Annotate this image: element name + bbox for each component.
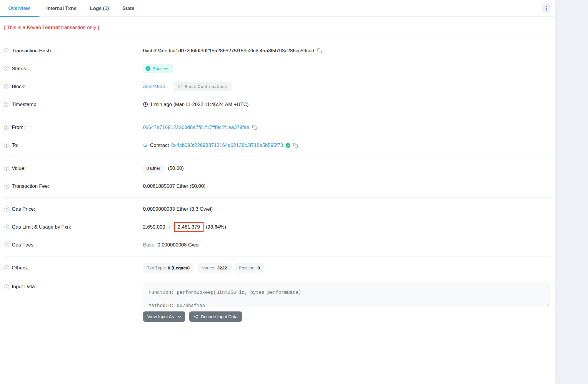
copy-hash-button[interactable] — [317, 48, 322, 53]
gas-price-value: 0.0000000033 Ether (3.3 Gwei) — [143, 206, 213, 212]
gas-used-value: 2,481,379 — [178, 224, 200, 230]
from-label: From: — [12, 125, 25, 130]
help-icon[interactable] — [4, 265, 9, 270]
gas-fees-label: Gas Fees: — [12, 242, 35, 248]
tab-state[interactable]: State — [116, 0, 141, 17]
timestamp-label: Timestamp: — [12, 102, 38, 108]
help-icon[interactable] — [4, 125, 9, 130]
section-gas: Gas Price: 0.0000000033 Ether (3.3 Gwei)… — [4, 198, 551, 256]
copy-to-button[interactable] — [293, 143, 298, 148]
row-input-data: Input Data: Function: performUpkeep(uint… — [4, 280, 551, 322]
timestamp-value: 1 min ago (Mar-11-2022 11:46:24 AM +UTC) — [150, 102, 249, 108]
to-address-link[interactable]: 0x4cb093f226983713164a62138c3f718a5b595f… — [171, 142, 283, 148]
gas-separator: | — [167, 224, 172, 230]
row-transaction-fee: Transaction Fee: 0.0081885507 Ether ($0.… — [4, 177, 551, 195]
row-others: Others: Txn Type: 0 (Legacy) Nonce: 3222… — [4, 259, 551, 277]
to-label: To: — [12, 142, 19, 148]
more-options-button[interactable] — [542, 4, 551, 13]
copy-from-button[interactable] — [252, 125, 257, 130]
help-icon[interactable] — [4, 84, 9, 89]
transaction-fee-label: Transaction Fee: — [12, 183, 49, 189]
gas-fees-base-value: 0.000000008 Gwei — [157, 242, 199, 248]
help-icon[interactable] — [4, 102, 9, 107]
input-data-textarea[interactable]: Function: performUpkeep(uint256 id, byte… — [143, 282, 549, 307]
row-block: Block: 30324830 14 Block Confirmations — [4, 78, 551, 95]
section-addresses: From: 0x647e7168122263d8e7f81f17fff9c2f1… — [4, 116, 551, 157]
zoom-in-icon — [143, 143, 148, 148]
tab-logs[interactable]: Logs (1) — [83, 0, 116, 17]
tab-bar: Overview Internal Txns Logs (1) State — [0, 0, 555, 17]
notice-bold: Testnet — [42, 25, 60, 30]
input-data-label: Input Data: — [12, 284, 36, 290]
others-label: Others: — [12, 265, 28, 271]
chevron-down-icon — [178, 316, 181, 318]
section-overview-top: Transaction Hash: 0xcb324eedcd1d07296fdf… — [4, 39, 551, 116]
row-status: Status: Success — [4, 60, 551, 78]
view-input-as-button[interactable]: View Input As — [143, 311, 185, 322]
block-number-link[interactable]: 30324830 — [143, 84, 165, 90]
gas-used-percent: (93.64%) — [206, 224, 226, 230]
row-from: From: 0x647e7168122263d8e7f81f17fff9c2f1… — [4, 118, 551, 136]
status-label: Status: — [12, 66, 27, 72]
transaction-fee-value: 0.0081885507 Ether ($0.00) — [143, 183, 206, 189]
section-others-input: Others: Txn Type: 0 (Legacy) Nonce: 3222… — [4, 256, 551, 334]
value-ether-badge: 0 Ether — [143, 164, 164, 173]
notice-prefix: [ This is a Kovan — [4, 25, 42, 30]
help-icon[interactable] — [4, 224, 9, 229]
gas-price-label: Gas Price: — [12, 206, 35, 212]
copy-icon — [293, 143, 298, 148]
vertical-dots-icon — [546, 6, 547, 7]
value-usd: ($0.00) — [168, 165, 184, 171]
status-value: Success — [153, 66, 169, 71]
block-confirmations-badge: 14 Block Confirmations — [173, 82, 231, 91]
gas-limit-label: Gas Limit & Usage by Txn: — [12, 224, 71, 230]
testnet-notice: [ This is a Kovan Testnet transaction on… — [4, 17, 551, 39]
tab-overview[interactable]: Overview — [0, 0, 39, 17]
row-gas-price: Gas Price: 0.0000000033 Ether (3.3 Gwei) — [4, 200, 551, 218]
position-badge: Position: 8 — [235, 263, 264, 273]
txn-type-badge: Txn Type: 0 (Legacy) — [143, 263, 194, 273]
row-gas-fees: Gas Fees: Base: 0.000000008 Gwei — [4, 236, 551, 254]
tab-internal-txns[interactable]: Internal Txns — [39, 0, 83, 17]
transaction-hash-label: Transaction Hash: — [12, 48, 52, 54]
help-icon[interactable] — [4, 143, 9, 148]
row-timestamp: Timestamp: 1 min ago (Mar-11-2022 11:46:… — [4, 95, 551, 113]
gas-limit-value: 2,650,000 — [143, 224, 165, 230]
value-label: Value: — [12, 165, 26, 171]
from-address-link[interactable]: 0x647e7168122263d8e7f81f17fff9c2f1aa379f… — [143, 125, 249, 130]
copy-icon — [317, 48, 322, 53]
input-data-actions: View Input As Decode Input Data — [143, 311, 551, 322]
help-icon[interactable] — [4, 66, 9, 71]
help-icon[interactable] — [4, 184, 9, 189]
transaction-details-card: Overview Internal Txns Logs (1) State [ … — [0, 0, 555, 384]
block-label: Block: — [12, 84, 25, 90]
copy-icon — [252, 125, 257, 130]
gas-used-annotation-box: 2,481,379 — [174, 222, 204, 232]
transaction-hash-value: 0xcb324eedcd1d07296fdf3d215a2865275f159c… — [143, 48, 314, 54]
help-icon[interactable] — [4, 207, 9, 212]
help-icon[interactable] — [4, 48, 9, 53]
nonce-badge: Nonce: 3222 — [198, 263, 231, 273]
to-contract-text: Contract — [150, 142, 169, 148]
row-transaction-hash: Transaction Hash: 0xcb324eedcd1d07296fdf… — [4, 42, 551, 60]
help-icon[interactable] — [4, 284, 9, 289]
help-icon[interactable] — [4, 166, 9, 171]
status-badge: Success — [143, 64, 173, 73]
section-value-fee: Value: 0 Ether ($0.00) Transaction Fee: … — [4, 157, 551, 198]
row-gas-limit-usage: Gas Limit & Usage by Txn: 2,650,000 | 2,… — [4, 218, 551, 236]
verified-check-icon — [285, 143, 291, 148]
row-value: Value: 0 Ether ($0.00) — [4, 159, 551, 177]
check-circle-icon — [146, 66, 151, 71]
decode-icon — [194, 314, 198, 319]
row-to: To: Contract 0x4cb093f226983713164a62138… — [4, 136, 551, 154]
clock-icon — [143, 102, 148, 107]
notice-suffix: transaction only ] — [60, 25, 99, 30]
gas-fees-base-label: Base: — [143, 242, 156, 248]
decode-input-data-button[interactable]: Decode Input Data — [189, 311, 242, 322]
help-icon[interactable] — [4, 242, 9, 247]
